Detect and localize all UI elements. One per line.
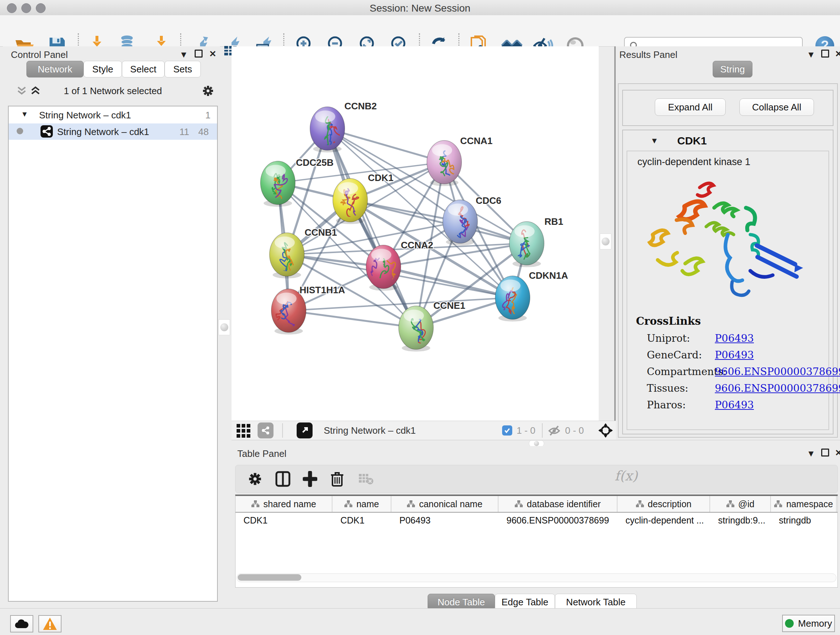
node-CDK1[interactable]	[333, 179, 368, 224]
warnings-button[interactable]	[38, 615, 62, 632]
control-panel: Control Panel ▼ ✕ Network Style Select S…	[3, 46, 220, 608]
status-bar: Memory	[0, 608, 840, 635]
horizontal-scrollbar[interactable]	[237, 573, 836, 582]
memory-button[interactable]: Memory	[782, 615, 835, 632]
node-CCNB1[interactable]	[270, 233, 304, 279]
crosslink-link[interactable]: 9606.ENSP00000378699	[715, 382, 840, 394]
network-collection-row[interactable]: ▼ String Network – cdk1 1	[9, 107, 217, 124]
delete-column-button[interactable]	[327, 469, 347, 489]
node-label-RB1: RB1	[545, 216, 563, 227]
float-panel-button[interactable]	[821, 448, 829, 456]
collapse-all-icon[interactable]	[17, 86, 27, 96]
column-type-icon	[344, 500, 353, 508]
control-panel-title: Control Panel	[11, 49, 68, 60]
node-RB1[interactable]	[509, 222, 544, 267]
table-cell[interactable]: CDK1	[332, 513, 392, 528]
node-HIST1H1A[interactable]	[271, 289, 306, 335]
edge-CCNE1-HIST1H1A[interactable]	[289, 310, 416, 328]
table-toolbar: f(x)	[235, 465, 838, 493]
node-label-CCNA2: CCNA2	[401, 240, 433, 250]
network-row-selected[interactable]: String Network – cdk1 11 48	[9, 124, 217, 140]
node-label-CCNB2: CCNB2	[344, 101, 377, 111]
left-splitter-handle[interactable]	[218, 319, 230, 335]
crosslink-label: GeneCard:	[647, 349, 702, 361]
table-cell[interactable]: cyclin-dependent ...	[617, 513, 710, 528]
edge-CCNA2-CDKN1A[interactable]	[384, 267, 513, 298]
grid-view-icon[interactable]	[237, 424, 251, 438]
hidden-elements-eye-icon	[548, 425, 561, 436]
expand-all-button[interactable]: Expand All	[655, 98, 726, 116]
crosslink-link[interactable]: 9606.ENSP00000378699	[715, 366, 840, 378]
crosslink-row: Uniprot:P06493	[636, 333, 701, 349]
right-splitter-handle[interactable]	[600, 233, 611, 249]
float-panel-button[interactable]	[821, 50, 829, 57]
network-options-gear-icon[interactable]	[202, 85, 214, 97]
function-builder-button[interactable]: f(x)	[615, 468, 638, 484]
node-CCNB2[interactable]	[310, 107, 345, 152]
column-header-name[interactable]: name	[332, 496, 392, 512]
collapse-panel-button[interactable]: ▼	[807, 449, 815, 458]
table-cell[interactable]: stringdb:9...	[710, 513, 771, 528]
crosslink-link[interactable]: P06493	[715, 349, 754, 361]
plus-icon	[303, 471, 317, 487]
network-canvas[interactable]: CCNB2CCNA1CDC25BCDK1CDC6RB1CCNB1CCNA2CDK…	[232, 46, 599, 421]
node-label-CDKN1A: CDKN1A	[529, 270, 568, 281]
cloud-tasks-button[interactable]	[10, 615, 33, 632]
column-header-description[interactable]: description	[617, 496, 710, 512]
node-CCNA2[interactable]	[366, 245, 401, 291]
tab-sets[interactable]: Sets	[164, 61, 201, 78]
node-CDKN1A[interactable]	[495, 276, 530, 322]
crosslink-link[interactable]: P06493	[715, 399, 754, 411]
scrollbar-thumb[interactable]	[238, 574, 302, 581]
show-columns-button[interactable]	[273, 469, 293, 489]
warning-icon	[42, 617, 57, 631]
selected-checkbox[interactable]	[502, 425, 512, 435]
section-collapse-icon[interactable]: ▼	[651, 136, 658, 146]
delete-table-button[interactable]	[356, 469, 376, 489]
results-actions-box: Expand All Collapse All	[622, 90, 834, 126]
column-header-shared-name[interactable]: shared name	[235, 496, 332, 512]
main-toolbar: ?	[0, 15, 840, 47]
close-panel-button[interactable]: ✕	[835, 448, 840, 458]
network-node-count: 11	[180, 126, 189, 138]
float-panel-button[interactable]	[195, 50, 202, 57]
collapse-panel-button[interactable]: ▼	[180, 50, 188, 59]
edge-CCNB2-CCNE1[interactable]	[327, 128, 416, 328]
column-header-label: database identifier	[527, 499, 600, 509]
table-cell[interactable]: 9606.ENSP00000378699	[499, 513, 617, 528]
node-CCNE1[interactable]	[399, 306, 433, 352]
open-view-in-window-button[interactable]	[297, 423, 313, 439]
table-cell[interactable]: CDK1	[235, 513, 332, 528]
hidden-node-edge-counts: 0 - 0	[565, 425, 584, 436]
column-header-canonical-name[interactable]: canonical name	[392, 496, 499, 512]
node-CCNA1[interactable]	[427, 141, 462, 186]
cloud-icon	[14, 619, 29, 629]
table-header-row: shared namenamecanonical namedatabase id…	[235, 496, 837, 513]
tab-network[interactable]: Network	[27, 61, 84, 78]
network-edge-count: 48	[198, 126, 209, 138]
close-panel-button[interactable]: ✕	[835, 49, 840, 59]
table-panel: Table Panel ▼ ✕	[232, 446, 840, 608]
table-cell[interactable]: stringdb	[771, 513, 837, 528]
tab-select[interactable]: Select	[122, 61, 164, 78]
table-options-button[interactable]	[245, 469, 265, 489]
close-panel-button[interactable]: ✕	[209, 49, 216, 59]
node-CDC25B[interactable]	[261, 161, 295, 207]
tree-expand-icon[interactable]: ▼	[21, 110, 28, 119]
collapse-all-button[interactable]: Collapse All	[739, 98, 814, 116]
network-share-icon[interactable]	[257, 423, 273, 439]
column-header-namespace[interactable]: namespace	[771, 496, 837, 512]
column-header--id[interactable]: @id	[710, 496, 771, 512]
crosslink-label: Uniprot:	[647, 333, 690, 344]
tab-string[interactable]: String	[713, 61, 752, 78]
table-row[interactable]: CDK1CDK1P064939606.ENSP00000378699cyclin…	[235, 513, 837, 528]
crosslink-label: Tissues:	[647, 382, 688, 394]
crosslink-link[interactable]: P06493	[715, 333, 754, 344]
memory-status-dot	[785, 619, 794, 628]
tab-style[interactable]: Style	[84, 61, 122, 78]
create-column-button[interactable]	[300, 469, 320, 489]
birds-eye-view-icon[interactable]	[598, 423, 613, 438]
collapse-panel-button[interactable]: ▼	[807, 50, 815, 59]
table-cell[interactable]: P06493	[392, 513, 499, 528]
column-header-database-identifier[interactable]: database identifier	[499, 496, 617, 512]
